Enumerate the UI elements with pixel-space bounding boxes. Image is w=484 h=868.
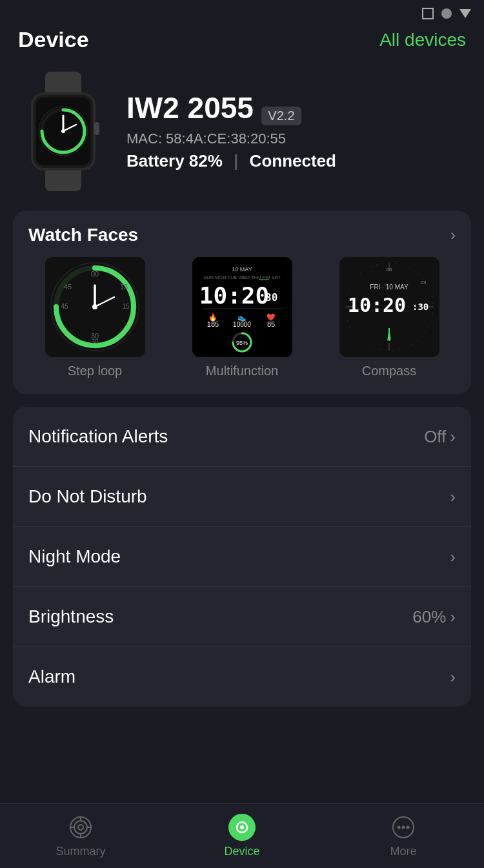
svg-point-67 <box>398 826 401 829</box>
settings-row-brightness[interactable]: Brightness 60% › <box>13 587 471 647</box>
more-tab-label: More <box>390 845 416 858</box>
svg-text:03: 03 <box>420 280 426 285</box>
svg-text:15: 15 <box>119 283 127 291</box>
status-separator: | <box>234 151 238 170</box>
settings-row-notifications[interactable]: Notification Alerts Off › <box>13 407 471 467</box>
svg-text:30: 30 <box>91 338 99 346</box>
device-status: Battery 82% | Connected <box>126 151 466 171</box>
watch-face-label-multi: Multifunction <box>206 364 278 378</box>
watch-face-thumb-multi: 10 MAY SUN MON TUE WED THU FRI SAT 10:20… <box>192 257 292 357</box>
device-details: IW2 2055 V2.2 MAC: 58:4A:CE:38:20:55 Bat… <box>126 92 466 170</box>
svg-point-20 <box>92 304 97 309</box>
night-mode-label: Night Mode <box>28 546 121 567</box>
tab-bar: Summary Device More <box>0 803 484 868</box>
svg-text:45: 45 <box>61 303 68 310</box>
watch-image <box>18 72 108 191</box>
alarm-label: Alarm <box>28 666 76 687</box>
svg-point-69 <box>407 826 410 829</box>
notifications-value: Off › <box>424 427 456 447</box>
brightness-label: Brightness <box>28 606 114 627</box>
watch-face-item[interactable]: 10 MAY SUN MON TUE WED THU FRI SAT 10:20… <box>173 257 311 378</box>
watch-face-item[interactable]: 00 15 45 30 15 45 30 Step loop <box>26 257 164 378</box>
night-mode-chevron: › <box>450 547 456 567</box>
watch-faces-title: Watch Faces <box>28 225 138 245</box>
watch-face-thumb-compass: 06 03 FRI · 10 MAY 10:20 :30 <box>339 257 439 357</box>
connection-status: Connected <box>250 151 336 170</box>
svg-point-9 <box>61 129 65 133</box>
summary-tab-label: Summary <box>55 845 105 858</box>
watch-face-thumb-step-loop: 00 15 45 30 15 45 30 <box>45 257 145 357</box>
all-devices-link[interactable]: All devices <box>379 30 466 50</box>
battery-status: Battery 82% <box>126 151 223 170</box>
device-icon <box>228 814 256 841</box>
header: Device All devices <box>0 25 484 65</box>
notifications-chevron: › <box>450 427 456 447</box>
svg-text:95%: 95% <box>236 340 247 346</box>
watch-face-label-compass: Compass <box>362 364 416 378</box>
tab-more[interactable]: More <box>323 804 484 868</box>
wifi-icon <box>441 8 452 19</box>
device-version: V2.2 <box>261 107 301 125</box>
dnd-chevron: › <box>450 487 456 507</box>
watch-faces-header[interactable]: Watch Faces › <box>13 211 471 257</box>
svg-point-65 <box>240 825 244 829</box>
svg-text:15: 15 <box>122 303 130 310</box>
svg-point-57 <box>74 821 87 834</box>
device-name: IW2 2055 <box>126 91 254 125</box>
svg-text:SUN MON TUE WED THU FRI SAT: SUN MON TUE WED THU FRI SAT <box>203 274 281 280</box>
svg-text:06: 06 <box>386 267 392 273</box>
device-tab-label: Device <box>224 845 259 858</box>
svg-text:10:20: 10:20 <box>347 294 405 316</box>
tab-device[interactable]: Device <box>161 804 323 868</box>
svg-text:10 MAY: 10 MAY <box>232 266 252 273</box>
watch-face-item[interactable]: 06 03 FRI · 10 MAY 10:20 :30 Compass <box>320 257 458 378</box>
status-bar <box>0 0 484 25</box>
settings-row-night-mode[interactable]: Night Mode › <box>13 527 471 587</box>
svg-text:30: 30 <box>265 291 277 304</box>
svg-text::30: :30 <box>412 302 429 312</box>
notifications-status: Off <box>424 427 446 447</box>
svg-text:185: 185 <box>207 320 218 328</box>
svg-point-68 <box>402 826 405 829</box>
svg-text:00: 00 <box>90 270 98 278</box>
device-mac: MAC: 58:4A:CE:38:20:55 <box>126 130 466 147</box>
brightness-chevron: › <box>450 607 456 627</box>
signal-icon <box>459 9 471 18</box>
tab-summary[interactable]: Summary <box>0 804 161 868</box>
device-info: IW2 2055 V2.2 MAC: 58:4A:CE:38:20:55 Bat… <box>0 65 484 211</box>
page-title: Device <box>18 27 89 52</box>
svg-rect-10 <box>94 122 99 135</box>
svg-text:85: 85 <box>267 320 274 328</box>
svg-text:10000: 10000 <box>233 321 251 328</box>
svg-point-58 <box>78 825 83 830</box>
device-name-row: IW2 2055 V2.2 <box>126 92 466 125</box>
summary-icon <box>67 814 94 841</box>
svg-text:FRI · 10 MAY: FRI · 10 MAY <box>370 284 408 291</box>
svg-text:10:20: 10:20 <box>199 282 268 309</box>
brightness-value: 60% › <box>412 607 456 627</box>
settings-row-alarm[interactable]: Alarm › <box>13 647 471 707</box>
alarm-chevron: › <box>450 667 456 687</box>
watch-faces-chevron: › <box>450 226 456 244</box>
more-icon <box>390 814 417 841</box>
brightness-percent: 60% <box>412 607 446 627</box>
watch-face-label-step-loop: Step loop <box>68 364 123 378</box>
svg-text:👟: 👟 <box>237 313 247 322</box>
watch-faces-grid: 00 15 45 30 15 45 30 Step loop 10 MAY SU… <box>13 257 471 394</box>
watch-faces-card: Watch Faces › <box>13 211 471 394</box>
dnd-label: Do Not Disturb <box>28 486 147 507</box>
settings-row-dnd[interactable]: Do Not Disturb › <box>13 467 471 527</box>
settings-card: Notification Alerts Off › Do Not Disturb… <box>13 407 471 707</box>
svg-text:45: 45 <box>63 283 71 291</box>
notifications-label: Notification Alerts <box>28 426 168 447</box>
battery-icon <box>422 8 434 19</box>
